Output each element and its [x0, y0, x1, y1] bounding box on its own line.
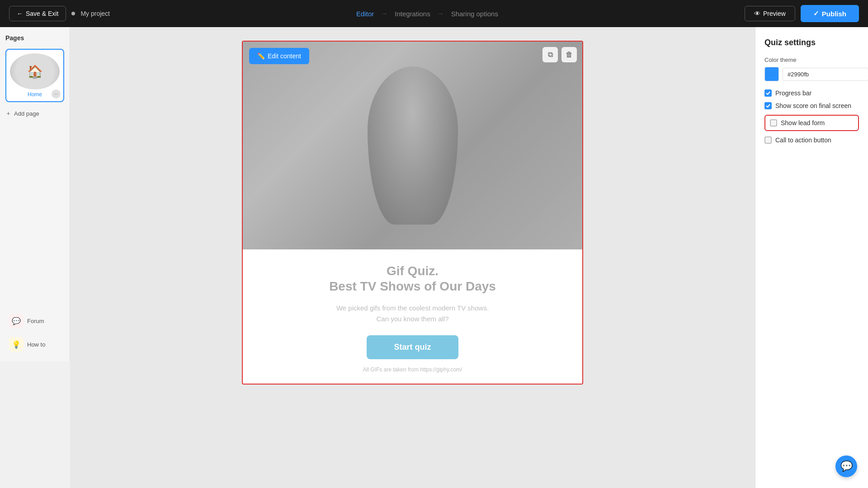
quiz-description: We picked gifs from the coolest modern T… [254, 303, 571, 324]
forum-icon: 💬 [9, 314, 24, 328]
add-page-label: Add page [14, 110, 39, 117]
settings-panel: Quiz settings Color theme Progress bar S… [755, 27, 868, 488]
sidebar-wrapper: Pages 🏠 Home ··· ＋ Add page 💬 Forum [0, 27, 70, 488]
top-navigation: ← Save & Exit My project Editor → Integr… [0, 0, 868, 27]
preview-label: Preview [763, 10, 786, 17]
nav-steps: Editor → Integrations → Sharing options [351, 10, 504, 18]
canvas-area: ✏️ Edit content ⧉ 🗑 Gif Quiz. Best TV Sh… [70, 27, 755, 488]
canvas-content: Gif Quiz. Best TV Shows of Our Days We p… [243, 249, 582, 384]
save-exit-label: Save & Exit [26, 10, 58, 17]
show-lead-form-checkbox[interactable] [770, 119, 777, 127]
page-thumb-image: 🏠 [10, 53, 60, 89]
sidebar-forum-button[interactable]: 💬 Forum [5, 311, 64, 331]
color-row [764, 67, 859, 81]
call-to-action-checkbox[interactable] [764, 136, 772, 144]
preview-button[interactable]: 👁 Preview [745, 6, 795, 21]
publish-button[interactable]: ✓ Publish [801, 5, 859, 22]
checkboxes-group: Progress bar Show score on final screen … [764, 89, 859, 144]
page-thumb-home[interactable]: 🏠 Home ··· [5, 49, 64, 102]
save-exit-button[interactable]: ← Save & Exit [9, 6, 66, 21]
arrow-left-icon: ← [17, 10, 23, 17]
color-input[interactable] [783, 68, 868, 81]
duplicate-button[interactable]: ⧉ [542, 47, 558, 62]
howto-icon: 💡 [9, 337, 24, 352]
settings-title: Quiz settings [764, 38, 859, 47]
checkmark-icon: ✓ [813, 9, 819, 18]
page-options-button[interactable]: ··· [52, 89, 61, 99]
sidebar-pages: Pages 🏠 Home ··· ＋ Add page 💬 Forum [0, 27, 70, 361]
home-thumb-icon: 🏠 [27, 64, 43, 79]
show-score-checkbox[interactable] [764, 102, 772, 109]
checkbox-row-call-to-action: Call to action button [764, 136, 859, 144]
attribution-text: All GIFs are taken from https://giphy.co… [254, 366, 571, 373]
call-to-action-label: Call to action button [775, 136, 831, 144]
edit-content-label: Edit content [268, 52, 301, 60]
color-swatch[interactable] [764, 67, 779, 81]
canvas-frame: ✏️ Edit content ⧉ 🗑 Gif Quiz. Best TV Sh… [242, 41, 583, 385]
nav-step-editor[interactable]: Editor [351, 10, 379, 18]
checkbox-row-show-score: Show score on final screen [764, 102, 859, 109]
project-name: My project [80, 10, 110, 17]
progress-bar-label: Progress bar [775, 89, 811, 97]
nav-step-sharing[interactable]: Sharing options [446, 10, 504, 18]
eye-icon: 👁 [754, 10, 760, 17]
edit-content-button[interactable]: ✏️ Edit content [249, 48, 309, 64]
chat-bubble-icon: 💬 [840, 460, 853, 472]
add-page-button[interactable]: ＋ Add page [5, 108, 64, 119]
show-lead-form-label: Show lead form [781, 119, 825, 127]
chat-bubble-button[interactable]: 💬 [835, 455, 857, 477]
publish-label: Publish [822, 10, 846, 18]
nav-right: 👁 Preview ✓ Publish [745, 5, 859, 22]
quiz-title-line2: Best TV Shows of Our Days [254, 279, 571, 294]
nav-arrow-2: → [438, 10, 444, 17]
show-lead-form-highlight-box: Show lead form [764, 115, 859, 131]
progress-bar-checkbox[interactable] [764, 89, 772, 97]
quiz-desc-line1: We picked gifs from the coolest modern T… [336, 304, 489, 312]
image-figure [368, 66, 458, 225]
howto-label: How to [27, 341, 45, 348]
pages-title: Pages [5, 34, 64, 42]
forum-label: Forum [27, 318, 44, 324]
nav-arrow-1: → [381, 10, 387, 17]
nav-dot [71, 12, 75, 15]
pencil-icon: ✏️ [257, 52, 265, 60]
canvas-action-buttons: ⧉ 🗑 [542, 47, 577, 62]
quiz-desc-line2: Can you know them all? [376, 315, 448, 323]
color-theme-label: Color theme [764, 56, 859, 63]
nav-left: ← Save & Exit My project [9, 6, 110, 21]
nav-step-integrations[interactable]: Integrations [389, 10, 435, 18]
color-theme-group: Color theme [764, 56, 859, 81]
delete-button[interactable]: 🗑 [561, 47, 577, 62]
canvas-hero-image [243, 42, 582, 249]
quiz-title-line1: Gif Quiz. [254, 264, 571, 278]
show-score-label: Show score on final screen [775, 102, 851, 109]
plus-icon: ＋ [5, 109, 11, 117]
checkbox-row-show-lead-form: Show lead form [770, 119, 854, 127]
main-area: Pages 🏠 Home ··· ＋ Add page 💬 Forum [0, 27, 868, 488]
start-quiz-button[interactable]: Start quiz [367, 335, 458, 359]
sidebar-howto-button[interactable]: 💡 How to [5, 334, 64, 354]
checkbox-row-progress-bar: Progress bar [764, 89, 859, 97]
